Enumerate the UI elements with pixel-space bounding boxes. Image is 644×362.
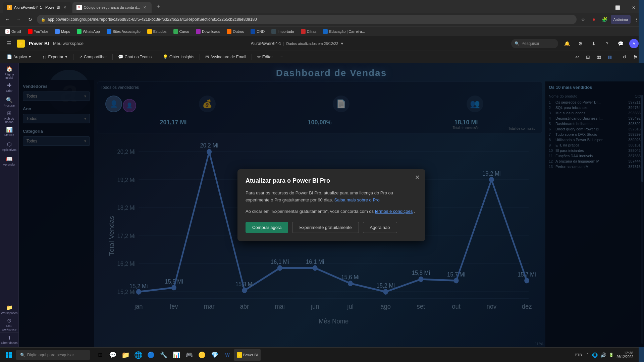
browser-extension2[interactable]: 🧩 — [600, 15, 609, 24]
tab1-close[interactable]: ✕ — [62, 5, 68, 10]
sidebar-item-workspaces[interactable]: 📁 Workspaces — [3, 303, 16, 316]
modal-learn-link[interactable]: Saiba mais sobre o Pro — [334, 197, 380, 202]
tab2-close[interactable]: ✕ — [142, 5, 148, 10]
nav-back[interactable]: ← — [3, 15, 12, 24]
modal-body: Para usar os recursos do Power BI Pro, a… — [246, 190, 417, 204]
sidebar-item-create[interactable]: ✚ Criar — [3, 80, 16, 94]
bookmark-maps-label: Maps — [61, 29, 70, 34]
sidebar-get-data[interactable]: ⬆ Obter dados — [0, 332, 18, 347]
toolbar-editar[interactable]: ✏ Editar — [255, 53, 275, 61]
bookmark-gmail[interactable]: G Gmail — [3, 28, 24, 35]
toolbar-undo[interactable]: ↩ — [573, 52, 582, 62]
bookmark-curso[interactable]: Curso — [171, 28, 192, 35]
browser-tab-1[interactable]: A AluraPowerBI4-1 - Power BI ✕ — [3, 2, 72, 13]
bookmark-downloads-label: Downloads — [202, 29, 220, 34]
taskbar-explorer-btn[interactable]: 📁 — [119, 349, 131, 361]
download-btn[interactable]: ⬇ — [589, 39, 598, 48]
toolbar-teams[interactable]: 💬 Chat no Teams — [115, 53, 155, 61]
bookmark-importado[interactable]: Importado — [269, 28, 297, 35]
taskbar-view-btn[interactable]: ⊞ — [94, 349, 106, 361]
tray-network[interactable]: 🌐 — [592, 352, 598, 358]
modal-try-btn[interactable]: Experimente gratuitamente — [292, 222, 359, 233]
bookmark-maps[interactable]: Maps — [52, 28, 73, 35]
sidebar-item-apps[interactable]: ⬡ Aplicativos — [3, 139, 16, 153]
toolbar-view3[interactable]: ▥ — [605, 52, 614, 62]
nav-refresh[interactable]: ↻ — [25, 15, 35, 24]
user-avatar[interactable]: A — [629, 39, 639, 48]
sidebar-item-search[interactable]: 🔍 Procurar — [3, 95, 16, 109]
bookmark-youtube[interactable]: YouTube — [25, 28, 51, 35]
toolbar-exportar[interactable]: ↑↓ Exportar ▼ — [40, 53, 70, 61]
teams-icon: 💬 — [118, 54, 123, 59]
feedback-btn[interactable]: 💬 — [616, 39, 625, 48]
taskbar-edge-btn[interactable]: 🌐 — [132, 349, 144, 361]
bookmark-cnd[interactable]: CND — [248, 28, 267, 35]
bookmark-educacao[interactable]: Educação | Carreira... — [320, 28, 368, 35]
apps-icon: ⬡ — [7, 141, 12, 147]
toolbar-insights[interactable]: 💡 Obter insights — [160, 53, 197, 61]
browser-tab-2[interactable]: ✉ Código de segurança da conta d... ✕ — [72, 2, 152, 13]
nav-forward[interactable]: → — [14, 15, 23, 24]
bookmark-outros[interactable]: Outros — [224, 28, 247, 35]
clock-date: 26/12/2022 — [616, 355, 633, 359]
taskbar-app5[interactable]: 🔧 — [158, 349, 170, 361]
bookmark-star[interactable]: ☆ — [579, 15, 588, 24]
bookmark-estudos[interactable]: Estudos — [145, 28, 169, 35]
bookmark-whatsapp[interactable]: WhatsApp — [74, 28, 103, 35]
sidebar-item-home[interactable]: 🏠 Página Inicial — [3, 66, 16, 79]
taskbar-word-btn[interactable]: W — [221, 349, 233, 361]
taskbar-chrome-btn[interactable]: 🔵 — [145, 349, 157, 361]
toolbar-view1[interactable]: ⊞ — [583, 52, 593, 62]
toolbar-arquivo[interactable]: 📄 Arquivo ▼ — [4, 53, 34, 61]
browser-extension1[interactable]: ● — [589, 15, 599, 24]
taskbar-app6[interactable]: 📊 — [170, 349, 182, 361]
notification-bell[interactable]: 🔔 — [562, 39, 572, 48]
toolbar-email[interactable]: ✉ Assinatura de Email — [203, 53, 249, 61]
tab1-favicon: A — [7, 5, 12, 10]
browser-profile[interactable]: Anônima — [611, 15, 631, 24]
toolbar-view2[interactable]: ▦ — [594, 52, 603, 62]
toolbar-sep-5 — [200, 54, 200, 60]
tray-up-arrow[interactable]: ⌃ — [586, 353, 589, 357]
sidebar-item-learn[interactable]: 📖 Aprender — [3, 154, 16, 168]
hamburger-menu[interactable]: ☰ — [5, 39, 13, 48]
bookmark-downloads[interactable]: Downloads — [193, 28, 223, 35]
taskbar-search-bar[interactable]: 🔍 Digite aqui para pesquisar — [16, 350, 90, 360]
toolbar-refresh[interactable]: ↺ — [620, 52, 629, 62]
modal-overlay[interactable]: ✕ Atualizar para o Power BI Pro Para usa… — [19, 63, 644, 347]
window-minimize[interactable]: — — [594, 3, 609, 13]
window-maximize[interactable]: ⬜ — [610, 3, 625, 13]
sidebar-item-metrics[interactable]: 📊 Metrics — [3, 125, 16, 138]
taskbar-chat-btn[interactable]: 💬 — [107, 349, 119, 361]
taskbar-app9[interactable]: 💎 — [209, 349, 221, 361]
taskbar-clock[interactable]: 12:38 26/12/2022 — [616, 351, 633, 359]
taskbar-pbi-running[interactable]: ⚡ Power BI — [234, 349, 261, 361]
show-desktop-btn[interactable] — [636, 349, 639, 361]
help-btn[interactable]: ? — [602, 39, 612, 48]
modal-buy-btn[interactable]: Comprar agora — [246, 222, 288, 233]
start-button[interactable] — [3, 349, 15, 361]
settings-btn[interactable]: ⚙ — [576, 39, 585, 48]
myworkspace-label: Meu workspace — [2, 324, 16, 331]
bookmark-cifras[interactable]: Cifras — [298, 28, 319, 35]
toolbar-more[interactable]: ⋯ — [277, 53, 286, 61]
clock-time: 12:38 — [616, 351, 633, 355]
taskbar-app7[interactable]: 🎮 — [183, 349, 195, 361]
tray-battery[interactable]: 🔋 — [609, 353, 614, 357]
modal-close-btn[interactable]: ✕ — [413, 173, 421, 181]
create-label: Criar — [6, 89, 13, 93]
sidebar-item-datahub[interactable]: ⊞ Hub de dados — [3, 110, 16, 123]
pbi-workspace-label[interactable]: Meu workspace — [53, 41, 84, 46]
sidebar-item-myworkspace[interactable]: ⊙ Meu workspace — [3, 317, 16, 331]
tray-sound[interactable]: 🔊 — [600, 352, 606, 358]
new-tab-button[interactable]: + — [154, 2, 163, 11]
toolbar-compartilhar[interactable]: ↗ Compartilhar — [76, 53, 110, 61]
search-bar[interactable]: 🔍 Pesquisar — [511, 39, 558, 48]
bookmark-youtube-label: YouTube — [34, 29, 48, 34]
taskbar-app8[interactable]: 🟡 — [196, 349, 208, 361]
modal-not-now-btn[interactable]: Agora não — [363, 222, 397, 233]
url-bar[interactable]: 🔒 app.powerbi.com/groups/me/reports/ca96… — [37, 15, 577, 24]
modal-terms-link[interactable]: termos e condições — [375, 209, 413, 214]
tray-language[interactable]: PTB — [574, 352, 583, 358]
bookmark-sites[interactable]: Sites Associação — [104, 28, 143, 35]
